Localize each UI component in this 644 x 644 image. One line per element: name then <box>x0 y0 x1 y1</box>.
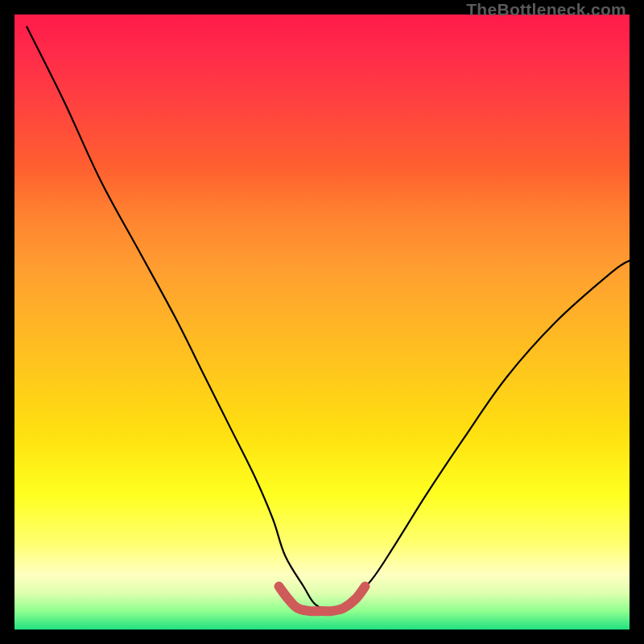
watermark-text: TheBottleneck.com <box>466 0 626 19</box>
chart-container: TheBottleneck.com <box>0 0 644 644</box>
plot-area <box>14 14 630 630</box>
chart-svg <box>14 14 630 630</box>
target-zone-curve <box>279 587 365 612</box>
bottleneck-curve <box>27 27 630 611</box>
